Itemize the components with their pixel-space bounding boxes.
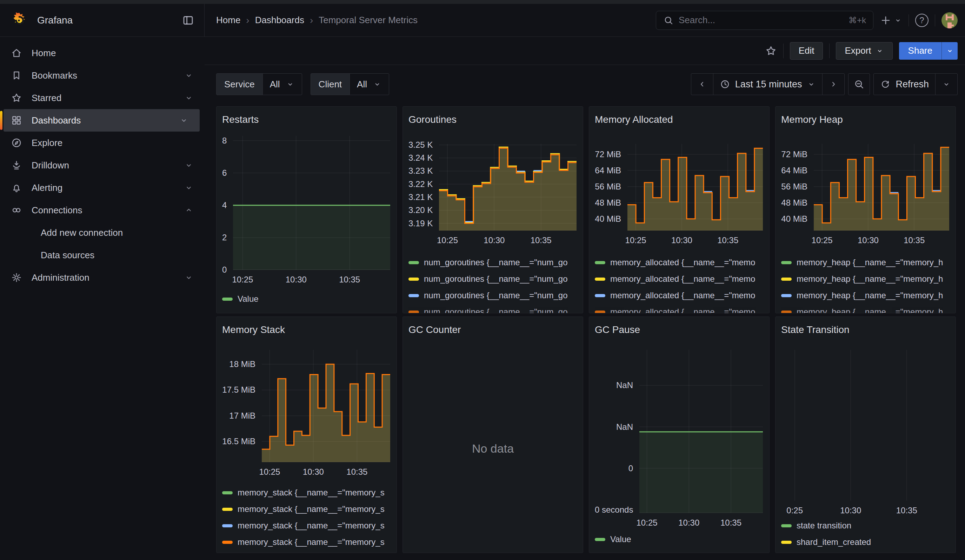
search-bar[interactable]: ⌘+k [656,11,873,30]
time-controls: Last 15 minutes Refresh [691,73,958,95]
help-button[interactable]: ? [915,14,929,27]
sidebar-item-dashboards[interactable]: Dashboards [3,109,200,132]
dock-sidebar-toggle-icon[interactable] [182,14,195,27]
chevron-up-icon[interactable] [183,205,195,215]
legend-item[interactable]: memory_allocated {__name__="memo [595,274,764,284]
legend-item[interactable]: state transition [781,520,950,531]
chart-canvas[interactable] [409,144,577,230]
grafana-logo-icon[interactable] [10,11,28,29]
x-axis-tick-label: 10:30 [484,235,505,245]
panel-title[interactable]: Memory Heap [775,107,955,126]
legend-item[interactable]: memory_stack {__name__="memory_s [222,537,391,547]
sidebar-item-label: Explore [31,137,195,149]
sidebar-item-administration[interactable]: Administration [0,266,204,289]
chart-canvas[interactable] [222,136,391,270]
legend-item[interactable]: memory_heap {__name__="memory_h [781,290,950,301]
legend-item[interactable]: num_goroutines {__name__="num_go [409,274,577,284]
chart-canvas[interactable] [781,350,950,501]
legend-item[interactable]: memory_allocated {__name__="memo [595,257,764,268]
chevron-down-icon[interactable] [183,93,195,103]
breadcrumb-dashboards[interactable]: Dashboards [255,15,304,26]
service-variable-value: All [270,79,280,90]
legend-item[interactable]: Value [595,534,764,545]
chevron-down-icon[interactable] [183,70,195,80]
chevron-down-icon[interactable] [183,273,195,282]
client-variable-select[interactable]: Client All [311,73,389,95]
legend-item[interactable]: memory_stack {__name__="memory_s [222,504,391,514]
panel-title[interactable]: Restarts [216,107,396,126]
legend-item[interactable]: memory_allocated {__name__="memo [595,307,764,313]
legend-item[interactable]: memory_stack {__name__="memory_s [222,520,391,531]
legend-item[interactable]: Value [222,294,391,304]
favorite-star-button[interactable] [765,45,777,57]
x-axis: 0:2510:3010:35 [781,503,950,517]
time-range-picker[interactable]: Last 15 minutes [713,73,823,95]
legend-item[interactable]: memory_heap {__name__="memory_h [781,257,950,268]
panel-title[interactable]: GC Pause [589,317,769,336]
chevron-down-icon[interactable] [178,116,190,125]
time-series-chart[interactable]: 86420 [222,136,391,270]
refresh-interval-dropdown[interactable] [935,73,957,95]
edit-button[interactable]: Edit [790,42,823,60]
panel-title[interactable]: State Transition [775,317,955,336]
legend-item[interactable]: num_goroutines {__name__="num_go [409,257,577,268]
time-shift-back-button[interactable] [691,73,713,95]
x-axis-tick-label: 0:25 [787,506,803,516]
sidebar-item-drilldown[interactable]: Drilldown [0,154,204,176]
user-avatar[interactable] [942,12,958,28]
breadcrumb-home[interactable]: Home [216,15,240,26]
sidebar-item-starred[interactable]: Starred [0,87,204,109]
panel-title[interactable]: Memory Allocated [589,107,769,126]
service-variable-select[interactable]: Service All [216,73,302,95]
panel-title[interactable]: Goroutines [403,107,583,126]
share-button[interactable]: Share [899,42,942,60]
sidebar-item-alerting[interactable]: Alerting [0,176,204,199]
sidebar-item-explore[interactable]: Explore [0,132,204,154]
sidebar-item-add-new-connection[interactable]: Add new connection [0,221,204,244]
legend-item[interactable]: memory_heap {__name__="memory_h [781,307,950,313]
new-add-button[interactable] [880,15,902,26]
legend-label: state transition [797,521,851,531]
y-axis-tick-label: 8 [222,136,227,145]
legend-color-dash [781,541,792,544]
legend-item[interactable]: num_goroutines {__name__="num_go [409,307,577,313]
panel-gc-pause: GC Pause NaNNaN00 seconds 10:2510:3010:3… [589,317,770,553]
panel-title[interactable]: Memory Stack [216,317,396,336]
legend-color-dash [222,541,233,544]
connections-icon [10,204,23,216]
time-series-chart[interactable]: NaNNaN00 seconds [595,350,764,513]
legend-color-dash [781,278,792,281]
zoom-out-button[interactable] [848,73,870,95]
legend-label: num_goroutines {__name__="num_go [424,258,568,267]
legend-color-dash [222,491,233,495]
y-axis-tick-label: 3.24 K [409,153,433,163]
time-series-chart[interactable]: 72 MiB64 MiB56 MiB48 MiB40 MiB [781,144,950,230]
y-axis-tick-label: 0 seconds [595,505,633,515]
legend-item[interactable]: memory_allocated {__name__="memo [595,290,764,301]
chart-legend: memory_allocated {__name__="memomemory_a… [589,257,769,313]
chart-legend: state transitionshard_item_created [775,520,955,547]
time-series-chart[interactable]: 18 MiB17.5 MiB17 MiB16.5 MiB [222,350,391,462]
export-button[interactable]: Export [836,42,892,60]
x-axis-tick-label: 10:35 [531,235,552,245]
sidebar-item-data-sources[interactable]: Data sources [0,244,204,266]
legend-item[interactable]: shard_item_created [781,537,950,547]
sidebar-item-home[interactable]: Home [0,42,204,64]
legend-item[interactable]: memory_heap {__name__="memory_h [781,274,950,284]
time-series-chart[interactable]: 72 MiB64 MiB56 MiB48 MiB40 MiB [595,144,764,230]
time-series-chart[interactable]: 3.25 K3.24 K3.23 K3.22 K3.21 K3.20 K3.19… [409,144,577,230]
time-shift-forward-button[interactable] [822,73,844,95]
panel-title[interactable]: GC Counter [403,317,583,336]
app-header: Grafana Home › Dashboards › Temporal Ser… [0,4,965,37]
sidebar-item-bookmarks[interactable]: Bookmarks [0,64,204,87]
share-dropdown-button[interactable] [942,42,958,60]
dashboard-main: Edit Export Share Service All [204,37,965,560]
legend-item[interactable]: num_goroutines {__name__="num_go [409,290,577,301]
chevron-down-icon[interactable] [183,160,195,170]
search-input[interactable] [679,15,844,26]
refresh-button[interactable]: Refresh [874,73,935,95]
time-series-chart[interactable] [781,350,950,501]
sidebar-item-connections[interactable]: Connections [0,199,204,221]
chevron-down-icon[interactable] [183,183,195,193]
legend-item[interactable]: memory_stack {__name__="memory_s [222,487,391,498]
